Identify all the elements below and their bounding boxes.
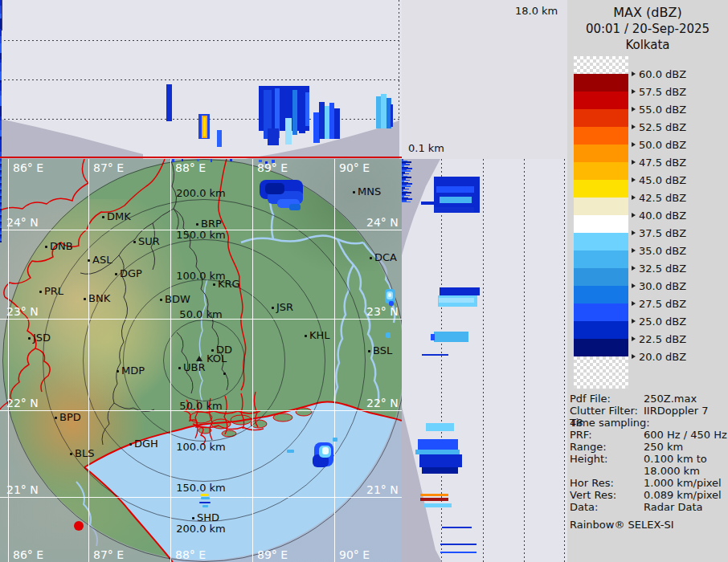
- clutter-spike: [0, 6, 2, 14]
- dbz-tick: 30.0 dBZ: [632, 280, 686, 291]
- tick-arrow-icon: [632, 319, 636, 324]
- dbz-tick-labels: 60.0 dBZ57.5 dBZ55.0 dBZ52.5 dBZ50.0 dBZ…: [567, 0, 728, 401]
- dbz-tick-label: 22.5 dBZ: [639, 333, 686, 345]
- right-panel-ground-clutter: [402, 159, 567, 562]
- tick-arrow-icon: [632, 336, 636, 341]
- right-height-profile-panel[interactable]: [402, 159, 567, 562]
- dbz-tick: 55.0 dBZ: [632, 104, 686, 115]
- info-value: 600 Hz / 450 Hz: [644, 429, 727, 441]
- clutter-spike: [0, 83, 2, 91]
- info-row: Height:0.100 km to: [570, 453, 726, 465]
- dbz-tick-label: 30.0 dBZ: [639, 280, 686, 292]
- tick-arrow-icon: [632, 71, 636, 76]
- dbz-tick-label: 35.0 dBZ: [639, 245, 686, 257]
- info-row: Vert Res:0.089 km/pixel: [570, 489, 726, 501]
- range-ring-label: 50.0 km: [173, 400, 229, 412]
- info-label: Hor Res:: [570, 477, 614, 489]
- clutter-spike: [0, 63, 2, 71]
- clutter-spike: [0, 96, 2, 106]
- clutter-spike: [0, 130, 2, 136]
- dbz-tick: 22.5 dBZ: [632, 333, 686, 344]
- range-ring-label: 100.0 km: [173, 270, 229, 282]
- clutter-spike: [0, 36, 2, 43]
- dbz-tick-label: 57.5 dBZ: [639, 86, 686, 98]
- dbz-tick: 37.5 dBZ: [632, 227, 686, 238]
- radar-map-canvas[interactable]: 24° N24° N23° N23° N22° N22° N21° N21° N…: [0, 159, 402, 562]
- dbz-tick-label: 45.0 dBZ: [639, 174, 686, 186]
- tick-arrow-icon: [632, 230, 636, 235]
- tick-arrow-icon: [632, 283, 636, 288]
- tick-arrow-icon: [632, 213, 636, 218]
- max-height-label: 18.0 km: [515, 5, 558, 17]
- tick-arrow-icon: [632, 354, 636, 359]
- tick-arrow-icon: [632, 266, 636, 271]
- tick-arrow-icon: [632, 301, 636, 306]
- clutter-spike: [0, 29, 2, 36]
- tick-arrow-icon: [632, 124, 636, 129]
- dbz-tick: 50.0 dBZ: [632, 139, 686, 150]
- axis-corner-panel: 18.0 km 0.1 km: [402, 0, 567, 159]
- dbz-tick: 47.5 dBZ: [632, 157, 686, 168]
- dbz-tick: 45.0 dBZ: [632, 174, 686, 185]
- info-row: Range:250 km: [570, 441, 726, 453]
- info-value: Radar Data: [644, 501, 702, 513]
- info-value: 0.100 km to: [644, 453, 707, 465]
- clutter-spike: [0, 0, 2, 6]
- clutter-spike: [0, 43, 2, 53]
- range-ring-label: 150.0 km: [173, 229, 229, 241]
- dbz-tick-label: 20.0 dBZ: [639, 351, 686, 363]
- info-row: Clutter Filter:IIRDoppler 7: [570, 405, 726, 417]
- tick-arrow-icon: [632, 107, 636, 112]
- info-row: Pdf File:250Z.max: [570, 393, 726, 405]
- info-label: Time sampling:: [570, 417, 650, 429]
- top-panel-ground-clutter: [0, 0, 402, 159]
- dbz-tick-label: 32.5 dBZ: [639, 263, 686, 275]
- dbz-tick-label: 52.5 dBZ: [639, 121, 686, 133]
- clutter-spike: [402, 202, 411, 203]
- info-value: 0.089 km/pixel: [644, 489, 722, 501]
- range-ring-label: 200.0 km: [173, 187, 229, 199]
- tick-arrow-icon: [632, 89, 636, 94]
- dbz-tick: 40.0 dBZ: [632, 210, 686, 221]
- dbz-tick-label: 27.5 dBZ: [639, 298, 686, 310]
- info-row: Hor Res:1.000 km/pixel: [570, 477, 726, 489]
- info-value: 250 km: [644, 441, 683, 453]
- info-row: 18.000 km: [570, 465, 726, 477]
- clutter-spike: [0, 18, 2, 29]
- info-value: 18.000 km: [644, 465, 700, 477]
- info-label: Pdf File:: [570, 393, 611, 405]
- dbz-tick-label: 47.5 dBZ: [639, 157, 686, 169]
- dbz-tick: 57.5 dBZ: [632, 86, 686, 97]
- top-height-profile-panel[interactable]: [0, 0, 402, 159]
- dbz-tick: 60.0 dBZ: [632, 68, 686, 79]
- tick-arrow-icon: [632, 248, 636, 253]
- dbz-tick-label: 25.0 dBZ: [639, 316, 686, 328]
- dbz-tick-label: 55.0 dBZ: [639, 104, 686, 116]
- info-row: PRF:600 Hz / 450 Hz: [570, 429, 726, 441]
- range-ring-label: 150.0 km: [173, 482, 229, 494]
- range-ring-label: 100.0 km: [173, 441, 229, 453]
- info-label: Vert Res:: [570, 489, 616, 501]
- dbz-tick: 20.0 dBZ: [632, 351, 686, 362]
- tick-arrow-icon: [632, 142, 636, 147]
- info-label: Data:: [570, 501, 598, 513]
- tick-arrow-icon: [632, 160, 636, 165]
- dbz-tick: 32.5 dBZ: [632, 263, 686, 274]
- info-row: Data:Radar Data: [570, 501, 726, 513]
- brand-label: Rainbow® SELEX-SI: [570, 519, 674, 531]
- info-label: Height:: [570, 453, 607, 465]
- dbz-tick: 52.5 dBZ: [632, 121, 686, 132]
- legend-panel: MAX (dBZ) 00:01 / 20-Sep-2025 Kolkata 60…: [567, 0, 728, 562]
- dbz-tick-label: 60.0 dBZ: [639, 68, 686, 80]
- dbz-tick-label: 40.0 dBZ: [639, 210, 686, 222]
- surface-line: [0, 157, 402, 158]
- dbz-tick-label: 42.5 dBZ: [639, 192, 686, 204]
- clutter-spike: [0, 140, 2, 152]
- clutter-spike: [0, 53, 2, 59]
- range-ring-labels: 200.0 km150.0 km100.0 km50.0 km50.0 km10…: [0, 159, 402, 562]
- range-ring-label: 200.0 km: [173, 523, 229, 535]
- info-label: Range:: [570, 441, 607, 453]
- info-label: PRF:: [570, 429, 592, 441]
- tick-arrow-icon: [632, 177, 636, 182]
- dbz-tick-label: 37.5 dBZ: [639, 227, 686, 239]
